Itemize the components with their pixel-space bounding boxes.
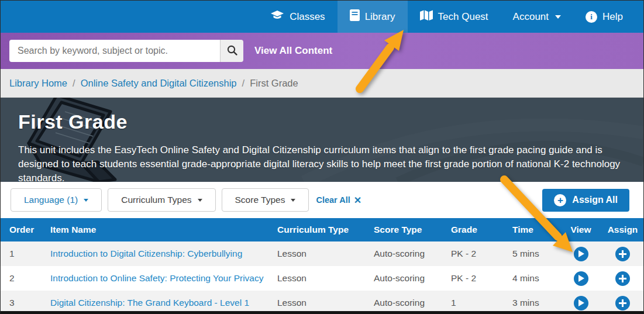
language-filter-dropdown[interactable]: Language (1): [11, 188, 102, 212]
cell-order: 1: [1, 241, 42, 266]
language-filter-label: Language (1): [24, 195, 78, 205]
breadcrumb-library-home[interactable]: Library Home: [9, 78, 67, 89]
item-name-link[interactable]: Introduction to Digital Citizenship: Cyb…: [50, 249, 242, 258]
browser-viewport: Classes Library Tech Quest Account i Hel…: [0, 0, 644, 314]
nav-item-label: Classes: [290, 11, 325, 23]
header-score-type: Score Type: [365, 218, 442, 241]
cell-curriculum-type: Lesson: [268, 291, 365, 314]
nav-item-label: Help: [602, 11, 623, 23]
page-title: First Grade: [18, 111, 626, 133]
header-curriculum-type: Curriculum Type: [268, 218, 365, 241]
unit-description: This unit includes the EasyTech Online S…: [18, 143, 626, 182]
book-icon: [350, 9, 360, 24]
score-types-filter-dropdown[interactable]: Score Types: [222, 188, 309, 212]
play-circle-icon: [578, 275, 584, 282]
view-button[interactable]: [574, 271, 588, 286]
table-row: 3 Digital Citizenship: The Grand Keyboar…: [1, 291, 644, 314]
cell-grade: PK - 2: [442, 241, 504, 266]
cell-curriculum-type: Lesson: [268, 266, 365, 291]
assign-all-button[interactable]: + Assign All: [542, 189, 629, 212]
table-row: 1 Introduction to Digital Citizenship: C…: [1, 241, 644, 266]
assign-button[interactable]: [615, 271, 630, 286]
view-button[interactable]: [574, 247, 588, 261]
graduation-cap-icon: [270, 10, 284, 23]
caret-down-icon: [198, 199, 202, 202]
nav-item-library[interactable]: Library: [338, 1, 408, 33]
breadcrumb-separator: /: [73, 78, 75, 89]
plus-circle-icon: [619, 275, 626, 282]
nav-item-label: Account: [513, 11, 549, 23]
cell-score-type: Auto-scoring: [365, 241, 442, 266]
breadcrumb-online-safety[interactable]: Online Safety and Digital Citizenship: [81, 78, 237, 89]
table-row: 2 Introduction to Online Safety: Protect…: [1, 266, 644, 291]
assign-button[interactable]: [615, 296, 630, 310]
breadcrumb-current-page: First Grade: [250, 78, 298, 89]
item-name-link[interactable]: Introduction to Online Safety: Protectin…: [50, 273, 263, 283]
score-types-filter-label: Score Types: [235, 195, 285, 205]
search-input[interactable]: [9, 40, 220, 62]
unit-hero-banner: First Grade This unit includes the EasyT…: [1, 98, 643, 182]
header-time: Time: [504, 218, 561, 241]
cell-order: 3: [1, 291, 42, 314]
nav-item-label: Tech Quest: [438, 11, 488, 23]
nav-item-tech-quest[interactable]: Tech Quest: [408, 1, 501, 33]
search-button[interactable]: [220, 40, 243, 62]
play-circle-icon: [578, 299, 584, 306]
cell-time: 5 mins: [504, 241, 561, 266]
nav-item-help[interactable]: i Help: [573, 1, 635, 33]
nav-item-account[interactable]: Account: [501, 1, 573, 33]
header-view: View: [561, 218, 601, 241]
clear-all-label: Clear All: [316, 195, 350, 205]
search-group: [9, 40, 243, 62]
header-grade: Grade: [442, 218, 504, 241]
cell-grade: PK - 2: [442, 266, 504, 291]
play-circle-icon: [578, 250, 584, 257]
top-navbar: Classes Library Tech Quest Account i Hel…: [1, 1, 643, 33]
breadcrumb-separator: /: [242, 78, 245, 89]
map-icon: [420, 10, 433, 24]
info-icon: i: [586, 11, 597, 23]
clear-all-filters-button[interactable]: Clear All ✕: [316, 195, 361, 206]
caret-down-icon: [555, 15, 561, 19]
cell-time: 3 mins: [504, 291, 561, 314]
search-bar-section: View All Content: [1, 33, 643, 69]
plus-circle-icon: [619, 250, 626, 258]
caret-down-icon: [84, 199, 88, 202]
cell-score-type: Auto-scoring: [365, 291, 442, 314]
header-item-name: Item Name: [42, 218, 268, 241]
cell-grade: 1: [442, 291, 504, 314]
cell-time: 4 mins: [504, 266, 561, 291]
search-icon: [227, 45, 237, 57]
assign-button[interactable]: [615, 247, 630, 261]
header-order: Order: [1, 218, 42, 241]
nav-item-classes[interactable]: Classes: [258, 1, 337, 33]
plus-circle-icon: [619, 299, 626, 307]
view-button[interactable]: [574, 296, 588, 310]
caret-down-icon: [291, 199, 295, 202]
breadcrumb: Library Home / Online Safety and Digital…: [1, 69, 643, 98]
cell-curriculum-type: Lesson: [268, 241, 365, 266]
curriculum-types-filter-label: Curriculum Types: [121, 195, 191, 205]
assign-all-label: Assign All: [572, 195, 618, 205]
nav-item-label: Library: [365, 11, 395, 23]
plus-circle-icon: +: [554, 194, 566, 206]
filter-toolbar: Language (1) Curriculum Types Score Type…: [1, 182, 643, 218]
view-all-content-link[interactable]: View All Content: [254, 45, 332, 57]
curriculum-items-table: Order Item Name Curriculum Type Score Ty…: [1, 218, 644, 314]
curriculum-types-filter-dropdown[interactable]: Curriculum Types: [108, 188, 215, 212]
cell-score-type: Auto-scoring: [365, 266, 442, 291]
close-icon: ✕: [354, 195, 361, 206]
header-assign: Assign: [601, 218, 644, 241]
table-header-row: Order Item Name Curriculum Type Score Ty…: [1, 218, 644, 241]
cell-order: 2: [1, 266, 42, 291]
item-name-link[interactable]: Digital Citizenship: The Grand Keyboard …: [50, 298, 249, 308]
